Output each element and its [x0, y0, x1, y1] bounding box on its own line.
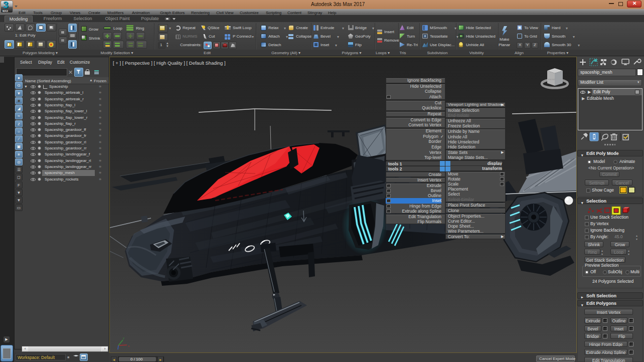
svg-text:y: y: [123, 336, 124, 339]
svg-text:x: x: [128, 344, 129, 347]
svg-text:FRONT: FRONT: [548, 78, 555, 81]
